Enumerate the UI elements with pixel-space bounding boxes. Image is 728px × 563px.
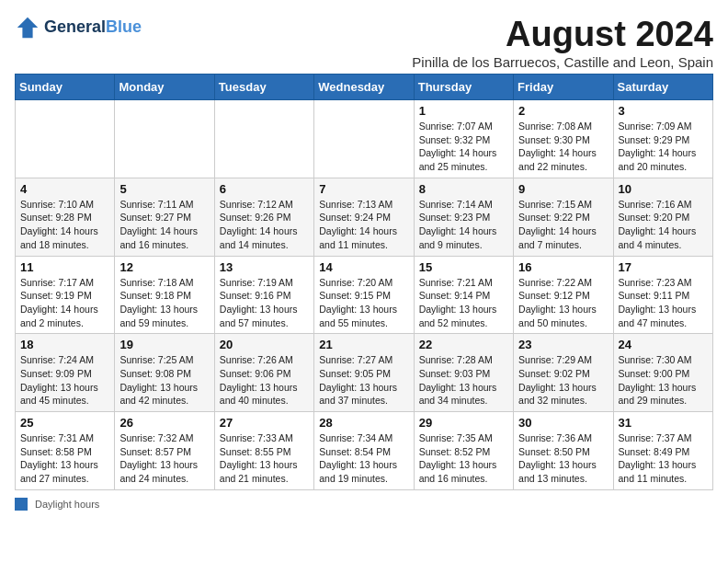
day-number: 18 <box>20 338 109 351</box>
column-header-wednesday: Wednesday <box>314 75 414 100</box>
day-info: Sunrise: 7:16 AM Sunset: 9:20 PM Dayligh… <box>619 198 708 252</box>
calendar-cell: 28Sunrise: 7:34 AM Sunset: 8:54 PM Dayli… <box>314 412 414 490</box>
calendar-cell: 6Sunrise: 7:12 AM Sunset: 9:26 PM Daylig… <box>214 178 313 256</box>
calendar-header-row: SundayMondayTuesdayWednesdayThursdayFrid… <box>16 75 713 100</box>
calendar-footer: Daylight hours <box>15 498 713 511</box>
day-number: 8 <box>419 182 508 196</box>
calendar-week-row: 1Sunrise: 7:07 AM Sunset: 9:32 PM Daylig… <box>16 100 713 178</box>
day-number: 3 <box>619 104 708 118</box>
day-number: 11 <box>20 260 109 274</box>
calendar-cell: 21Sunrise: 7:27 AM Sunset: 9:05 PM Dayli… <box>314 334 414 412</box>
day-info: Sunrise: 7:29 AM Sunset: 9:02 PM Dayligh… <box>518 353 608 408</box>
day-info: Sunrise: 7:08 AM Sunset: 9:30 PM Dayligh… <box>518 120 608 174</box>
calendar-cell: 31Sunrise: 7:37 AM Sunset: 8:49 PM Dayli… <box>613 412 712 490</box>
calendar-cell: 26Sunrise: 7:32 AM Sunset: 8:57 PM Dayli… <box>115 412 214 490</box>
calendar-cell: 13Sunrise: 7:19 AM Sunset: 9:16 PM Dayli… <box>214 256 313 334</box>
day-number: 9 <box>518 182 608 196</box>
calendar-cell: 17Sunrise: 7:23 AM Sunset: 9:11 PM Dayli… <box>613 256 712 334</box>
day-info: Sunrise: 7:18 AM Sunset: 9:18 PM Dayligh… <box>119 276 209 330</box>
calendar-cell: 29Sunrise: 7:35 AM Sunset: 8:52 PM Dayli… <box>414 412 513 490</box>
day-info: Sunrise: 7:07 AM Sunset: 9:32 PM Dayligh… <box>419 120 508 174</box>
column-header-saturday: Saturday <box>613 75 712 100</box>
logo: GeneralBlue <box>15 15 142 40</box>
day-info: Sunrise: 7:33 AM Sunset: 8:55 PM Dayligh… <box>220 431 309 486</box>
day-info: Sunrise: 7:21 AM Sunset: 9:14 PM Dayligh… <box>419 276 508 330</box>
calendar-cell: 15Sunrise: 7:21 AM Sunset: 9:14 PM Dayli… <box>414 256 513 334</box>
day-number: 7 <box>319 182 408 196</box>
calendar-cell: 2Sunrise: 7:08 AM Sunset: 9:30 PM Daylig… <box>514 100 613 178</box>
day-number: 15 <box>419 260 508 274</box>
column-header-tuesday: Tuesday <box>214 75 313 100</box>
day-number: 5 <box>119 182 209 196</box>
day-number: 31 <box>619 416 708 430</box>
calendar-cell <box>115 100 214 178</box>
daylight-label: Daylight hours <box>35 499 99 510</box>
calendar-cell: 23Sunrise: 7:29 AM Sunset: 9:02 PM Dayli… <box>514 334 613 412</box>
day-number: 2 <box>518 104 608 118</box>
calendar-cell: 5Sunrise: 7:11 AM Sunset: 9:27 PM Daylig… <box>115 178 214 256</box>
column-header-monday: Monday <box>115 75 214 100</box>
day-number: 16 <box>518 260 608 274</box>
day-number: 10 <box>619 182 708 196</box>
day-info: Sunrise: 7:30 AM Sunset: 9:00 PM Dayligh… <box>619 353 708 408</box>
day-info: Sunrise: 7:19 AM Sunset: 9:16 PM Dayligh… <box>220 276 309 330</box>
day-info: Sunrise: 7:34 AM Sunset: 8:54 PM Dayligh… <box>319 431 408 486</box>
day-number: 30 <box>518 416 608 430</box>
calendar-cell: 9Sunrise: 7:15 AM Sunset: 9:22 PM Daylig… <box>514 178 613 256</box>
daylight-swatch <box>15 498 28 511</box>
day-info: Sunrise: 7:12 AM Sunset: 9:26 PM Dayligh… <box>220 198 309 252</box>
calendar-cell: 16Sunrise: 7:22 AM Sunset: 9:12 PM Dayli… <box>514 256 613 334</box>
calendar-week-row: 25Sunrise: 7:31 AM Sunset: 8:58 PM Dayli… <box>16 412 713 490</box>
day-number: 17 <box>619 260 708 274</box>
day-number: 4 <box>20 182 109 196</box>
day-info: Sunrise: 7:36 AM Sunset: 8:50 PM Dayligh… <box>518 431 608 486</box>
day-info: Sunrise: 7:14 AM Sunset: 9:23 PM Dayligh… <box>419 198 508 252</box>
calendar-week-row: 11Sunrise: 7:17 AM Sunset: 9:19 PM Dayli… <box>16 256 713 334</box>
calendar-cell: 30Sunrise: 7:36 AM Sunset: 8:50 PM Dayli… <box>514 412 613 490</box>
calendar-cell: 12Sunrise: 7:18 AM Sunset: 9:18 PM Dayli… <box>115 256 214 334</box>
calendar-cell: 10Sunrise: 7:16 AM Sunset: 9:20 PM Dayli… <box>613 178 712 256</box>
calendar-cell: 20Sunrise: 7:26 AM Sunset: 9:06 PM Dayli… <box>214 334 313 412</box>
day-number: 14 <box>319 260 408 274</box>
column-header-sunday: Sunday <box>16 75 115 100</box>
day-number: 6 <box>220 182 309 196</box>
calendar-cell: 22Sunrise: 7:28 AM Sunset: 9:03 PM Dayli… <box>414 334 513 412</box>
day-number: 23 <box>518 338 608 351</box>
day-info: Sunrise: 7:15 AM Sunset: 9:22 PM Dayligh… <box>518 198 608 252</box>
logo-icon <box>15 15 40 40</box>
calendar-cell: 27Sunrise: 7:33 AM Sunset: 8:55 PM Dayli… <box>214 412 313 490</box>
day-info: Sunrise: 7:17 AM Sunset: 9:19 PM Dayligh… <box>20 276 109 330</box>
calendar-cell: 14Sunrise: 7:20 AM Sunset: 9:15 PM Dayli… <box>314 256 414 334</box>
day-info: Sunrise: 7:27 AM Sunset: 9:05 PM Dayligh… <box>319 353 408 408</box>
day-info: Sunrise: 7:26 AM Sunset: 9:06 PM Dayligh… <box>220 353 309 408</box>
day-info: Sunrise: 7:22 AM Sunset: 9:12 PM Dayligh… <box>518 276 608 330</box>
day-number: 24 <box>619 338 708 351</box>
day-info: Sunrise: 7:10 AM Sunset: 9:28 PM Dayligh… <box>20 198 109 252</box>
day-info: Sunrise: 7:24 AM Sunset: 9:09 PM Dayligh… <box>20 353 109 408</box>
calendar-title: August 2024 <box>412 15 713 54</box>
svg-marker-0 <box>17 17 38 38</box>
calendar-cell: 4Sunrise: 7:10 AM Sunset: 9:28 PM Daylig… <box>16 178 115 256</box>
calendar-cell: 24Sunrise: 7:30 AM Sunset: 9:00 PM Dayli… <box>613 334 712 412</box>
day-number: 22 <box>419 338 508 351</box>
day-info: Sunrise: 7:23 AM Sunset: 9:11 PM Dayligh… <box>619 276 708 330</box>
day-info: Sunrise: 7:32 AM Sunset: 8:57 PM Dayligh… <box>119 431 209 486</box>
page-header: GeneralBlue August 2024 Pinilla de los B… <box>15 15 713 70</box>
calendar-table: SundayMondayTuesdayWednesdayThursdayFrid… <box>15 74 713 490</box>
day-number: 26 <box>119 416 209 430</box>
calendar-cell: 25Sunrise: 7:31 AM Sunset: 8:58 PM Dayli… <box>16 412 115 490</box>
day-number: 27 <box>220 416 309 430</box>
calendar-cell: 7Sunrise: 7:13 AM Sunset: 9:24 PM Daylig… <box>314 178 414 256</box>
logo-text: GeneralBlue <box>44 18 142 37</box>
day-info: Sunrise: 7:20 AM Sunset: 9:15 PM Dayligh… <box>319 276 408 330</box>
day-number: 1 <box>419 104 508 118</box>
calendar-subtitle: Pinilla de los Barruecos, Castille and L… <box>412 54 713 70</box>
column-header-thursday: Thursday <box>414 75 513 100</box>
calendar-cell: 11Sunrise: 7:17 AM Sunset: 9:19 PM Dayli… <box>16 256 115 334</box>
day-info: Sunrise: 7:35 AM Sunset: 8:52 PM Dayligh… <box>419 431 508 486</box>
calendar-cell: 3Sunrise: 7:09 AM Sunset: 9:29 PM Daylig… <box>613 100 712 178</box>
day-number: 13 <box>220 260 309 274</box>
day-number: 20 <box>220 338 309 351</box>
calendar-cell <box>314 100 414 178</box>
calendar-cell: 18Sunrise: 7:24 AM Sunset: 9:09 PM Dayli… <box>16 334 115 412</box>
